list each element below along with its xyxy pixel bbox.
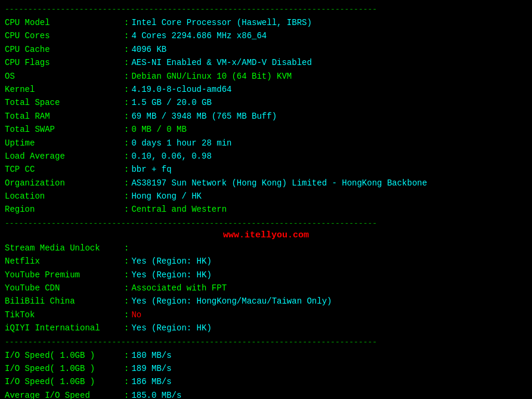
iqiyi-colon: : [124,321,129,335]
cpu-cache-row: CPU Cache : 4096 KB [5,43,527,56]
cpu-model-colon: : [124,16,129,29]
cpu-flags-label: CPU Flags [5,56,124,69]
tcp-cc-value: bbr + fq [131,163,171,176]
os-row: OS : Debian GNU/Linux 10 (64 Bit) KVM [5,70,527,83]
org-value: AS38197 Sun Network (Hong Kong) Limited … [131,177,427,190]
youtube-cdn-colon: : [124,282,129,295]
bilibili-label: BiliBili China [5,295,124,308]
stream-section: Stream Media Unlock : Netflix : Yes (Reg… [5,242,527,347]
io2-colon: : [124,362,129,375]
io1-label: I/O Speed( 1.0GB ) [5,349,124,362]
youtube-premium-value: Yes (Region: HK) [131,268,211,282]
total-swap-colon: : [124,123,129,136]
cpu-cache-colon: : [124,43,129,56]
cpu-cores-label: CPU Cores [5,29,124,42]
youtube-premium-row: YouTube Premium : Yes (Region: HK) [5,268,527,282]
cpu-cores-colon: : [124,29,129,42]
stream-header-label: Stream Media Unlock [5,242,124,255]
netflix-value: Yes (Region: HK) [131,255,211,268]
cpu-cores-row: CPU Cores : 4 Cores 2294.686 MHz x86_64 [5,29,527,42]
stream-header-row: Stream Media Unlock : [5,242,527,255]
region-value: Central and Western [131,203,227,216]
os-colon: : [124,70,129,83]
cpu-flags-row: CPU Flags : AES-NI Enabled & VM-x/AMD-V … [5,56,527,69]
io2-label: I/O Speed( 1.0GB ) [5,362,124,375]
total-ram-colon: : [124,110,129,123]
io3-value: 186 MB/s [131,375,171,388]
region-row: Region : Central and Western [5,203,527,216]
youtube-cdn-value: Associated with FPT [131,282,227,295]
kernel-row: Kernel : 4.19.0-8-cloud-amd64 [5,83,527,96]
location-colon: : [124,190,129,203]
load-avg-value: 0.10, 0.06, 0.98 [131,150,211,163]
total-space-label: Total Space [5,96,124,109]
load-avg-row: Load Average : 0.10, 0.06, 0.98 [5,150,527,163]
io-avg-label: Average I/O Speed [5,389,124,399]
location-label: Location [5,190,124,203]
youtube-cdn-label: YouTube CDN [5,282,124,295]
total-space-row: Total Space : 1.5 GB / 20.0 GB [5,96,527,109]
os-value: Debian GNU/Linux 10 (64 Bit) KVM [131,70,292,83]
io2-value: 189 MB/s [131,362,171,375]
kernel-label: Kernel [5,83,124,96]
io-avg-value: 185.0 MB/s [131,389,181,399]
uptime-value: 0 days 1 hour 28 min [131,137,231,150]
top-divider: ----------------------------------------… [5,5,527,14]
cpu-cache-label: CPU Cache [5,43,124,56]
io3-colon: : [124,375,129,388]
uptime-row: Uptime : 0 days 1 hour 28 min [5,137,527,150]
region-label: Region [5,203,124,216]
total-ram-row: Total RAM : 69 MB / 3948 MB (765 MB Buff… [5,110,527,123]
total-swap-value: 0 MB / 0 MB [131,123,186,136]
watermark-section: ----------------------------------------… [5,219,527,240]
total-space-colon: : [124,96,129,109]
location-row: Location : Hong Kong / HK [5,190,527,203]
tiktok-row: TikTok : No [5,308,527,321]
io3-row: I/O Speed( 1.0GB ) : 186 MB/s [5,375,527,388]
io1-row: I/O Speed( 1.0GB ) : 180 MB/s [5,349,527,362]
uptime-label: Uptime [5,137,124,150]
stream-divider: ----------------------------------------… [5,338,527,347]
cpu-flags-value: AES-NI Enabled & VM-x/AMD-V Disabled [131,56,311,69]
netflix-row: Netflix : Yes (Region: HK) [5,255,527,268]
org-colon: : [124,177,129,190]
tcp-cc-colon: : [124,163,129,176]
io3-label: I/O Speed( 1.0GB ) [5,375,124,388]
cpu-model-row: CPU Model : Intel Core Processor (Haswel… [5,16,527,29]
iqiyi-row: iQIYI International : Yes (Region: HK) [5,321,527,335]
os-label: OS [5,70,124,83]
iqiyi-value: Yes (Region: HK) [131,321,211,335]
org-row: Organization : AS38197 Sun Network (Hong… [5,177,527,190]
total-ram-value: 69 MB / 3948 MB (765 MB Buff) [131,110,277,123]
cpu-model-label: CPU Model [5,16,124,29]
cpu-cores-value: 4 Cores 2294.686 MHz x86_64 [131,29,267,42]
tcp-cc-label: TCP CC [5,163,124,176]
load-avg-colon: : [124,150,129,163]
youtube-premium-label: YouTube Premium [5,268,124,282]
cpu-cache-value: 4096 KB [131,43,166,56]
youtube-premium-colon: : [124,268,129,282]
cpu-flags-colon: : [124,56,129,69]
io1-colon: : [124,349,129,362]
bilibili-row: BiliBili China : Yes (Region: HongKong/M… [5,295,527,308]
bilibili-value: Yes (Region: HongKong/Macau/Taiwan Only) [131,295,332,308]
location-value: Hong Kong / HK [131,190,202,203]
io-avg-row: Average I/O Speed : 185.0 MB/s [5,389,527,399]
total-swap-label: Total SWAP [5,123,124,136]
total-ram-label: Total RAM [5,110,124,123]
tiktok-value: No [131,308,141,321]
system-section: ----------------------------------------… [5,5,527,216]
cpu-model-value: Intel Core Processor (Haswell, IBRS) [131,16,311,29]
uptime-colon: : [124,137,129,150]
iqiyi-label: iQIYI International [5,321,124,335]
org-label: Organization [5,177,124,190]
watermark-text: www.itellyou.com [5,230,527,240]
load-avg-label: Load Average [5,150,124,163]
io-avg-colon: : [124,389,129,399]
kernel-colon: : [124,83,129,96]
netflix-label: Netflix [5,255,124,268]
io1-value: 180 MB/s [131,349,171,362]
total-space-value: 1.5 GB / 20.0 GB [131,96,211,109]
bilibili-colon: : [124,295,129,308]
kernel-value: 4.19.0-8-cloud-amd64 [131,83,231,96]
